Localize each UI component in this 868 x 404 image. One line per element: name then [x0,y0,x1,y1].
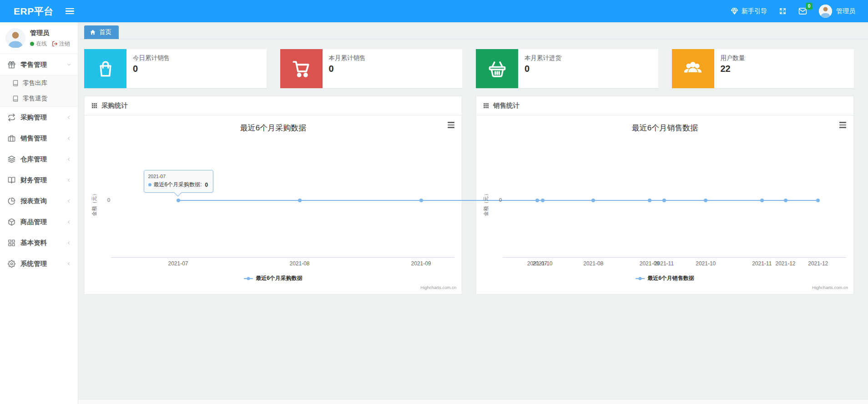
stat-card-0: 今日累计销售0 [84,49,267,88]
tab-bar: 首页 [78,22,868,39]
data-point-marker[interactable] [760,199,764,202]
y-axis-tick: 0 [490,197,502,203]
sidebar-item-sales[interactable]: 销售管理 [0,128,78,149]
highcharts-credit-link[interactable]: Highcharts.com.cn [812,285,848,290]
data-point-marker[interactable] [419,199,423,202]
panel-grid-icon [91,103,97,109]
chart-legend: 最近6个月采购数据 [85,274,462,282]
sidebar-profile: 管理员 在线 注销 [0,22,78,54]
legend-item[interactable]: 最近6个月销售数据 [636,274,694,282]
stat-card-1: 本月累计销售0 [280,49,463,88]
data-point-marker[interactable] [298,199,302,202]
x-axis-line [111,257,454,258]
tooltip-category: 2021-07 [148,174,208,179]
avatar [5,28,25,48]
legend-label: 最近6个月采购数据 [256,274,303,282]
stat-card-icon-tile [672,49,714,88]
stat-card-icon-tile [280,49,323,88]
x-axis-label: 2021-07 [160,260,197,267]
grid-icon [8,239,15,247]
sidebar-toggle-button[interactable] [66,5,77,17]
chart-tooltip: 2021-07最近6个月采购数据: 0 [144,170,214,193]
sidebar-item-warehouse[interactable]: 仓库管理 [0,149,78,170]
fullscreen-button[interactable] [779,7,787,15]
data-point-marker[interactable] [704,199,707,202]
online-status-dot [30,42,34,46]
data-point-marker[interactable] [648,199,651,202]
panel-title: 销售统计 [493,101,520,110]
stat-card-value: 22 [721,64,745,74]
top-navbar: ERP平台 新手引导 0 管理员 [0,0,868,22]
sidebar-menu: 零售管理零售出库零售退货采购管理销售管理仓库管理财务管理报表查询商品管理基本资料… [0,54,78,274]
panel-header: 采购统计 [85,96,462,115]
sidebar-item-label: 商品管理 [20,218,47,226]
sidebar-item-label: 零售退货 [23,95,47,103]
chart-context-menu-button[interactable] [839,122,846,128]
file-icon [12,95,19,102]
sidebar-item-retail[interactable]: 零售管理 [0,54,78,75]
legend-marker-icon [244,277,253,280]
sidebar-item-label: 基本资料 [20,239,47,247]
sidebar-item-label: 财务管理 [20,176,47,185]
sidebar-item-basic[interactable]: 基本资料 [0,232,78,253]
highcharts-credit-link[interactable]: Highcharts.com.cn [420,285,456,290]
tooltip-series-dot-icon [148,183,151,186]
x-axis-label: 2021-07 [519,260,555,267]
avatar [819,5,832,18]
chevron-left-icon [66,199,71,204]
data-point-marker[interactable] [591,199,595,202]
legend-item[interactable]: 最近6个月采购数据 [244,274,303,282]
sidebar-item-retail-outbound[interactable]: 零售出库 [0,75,78,91]
app-title: ERP平台 [0,5,66,18]
chevron-left-icon [66,115,71,120]
user-menu[interactable]: 管理员 [819,5,855,18]
box-icon [8,218,15,226]
sidebar-item-goods[interactable]: 商品管理 [0,211,78,232]
stat-card-value: 0 [329,64,366,74]
sidebar-item-finance[interactable]: 财务管理 [0,170,78,190]
main-content: 首页 今日累计销售0本月累计销售0本月累计进货0用户数量22 采购统计最近6个月… [78,22,868,404]
gem-icon [731,7,738,15]
profile-name: 管理员 [30,29,70,37]
logout-link[interactable]: 注销 [52,40,70,48]
data-point-marker[interactable] [535,199,539,202]
shopping-cart-icon [292,59,311,78]
guide-label: 新手引导 [742,7,767,15]
sidebar-item-label: 采购管理 [20,113,47,122]
messages-button[interactable]: 0 [798,7,807,15]
stat-card-label: 用户数量 [721,54,745,62]
tooltip-series-label: 最近6个月采购数据: [154,181,202,189]
online-status-label: 在线 [36,40,47,48]
chart-context-menu-button[interactable] [448,122,454,128]
data-point-marker[interactable] [177,199,180,202]
stat-card-icon-tile [84,49,126,88]
stat-card-label: 本月累计销售 [329,54,366,62]
gear-icon [8,260,15,268]
sidebar-item-system[interactable]: 系统管理 [0,253,78,274]
briefcase-icon [8,135,15,142]
sidebar-item-report[interactable]: 报表查询 [0,190,78,211]
stat-card-label: 今日累计销售 [133,54,170,62]
x-axis-label: 2021-08 [282,260,318,267]
x-axis-label: 2021-09 [631,260,668,267]
chart-panel-0: 采购统计最近6个月采购数据金额（元）02021-072021-082021-09… [84,96,462,294]
chevron-left-icon [66,240,71,245]
chevron-left-icon [66,178,71,183]
data-point-marker[interactable] [816,199,820,202]
tab-home[interactable]: 首页 [84,25,119,39]
file-icon [12,80,19,86]
sidebar-item-label: 销售管理 [20,134,47,143]
chart-legend: 最近6个月销售数据 [476,274,853,282]
tooltip-arrow [174,189,182,197]
chart-panel-1: 销售统计最近6个月销售数据金额（元）02021-072021-082021-09… [476,96,854,294]
submenu-retail: 零售出库零售退货 [0,75,78,107]
sidebar-item-purchase[interactable]: 采购管理 [0,107,78,128]
shopping-bag-icon [96,59,115,78]
chart-area: 最近6个月采购数据金额（元）02021-072021-082021-092021… [85,115,462,294]
guide-link[interactable]: 新手引导 [731,7,767,15]
chart-area: 最近6个月销售数据金额（元）02021-072021-082021-092021… [476,115,853,294]
legend-label: 最近6个月销售数据 [647,274,694,282]
x-axis-line [503,257,846,258]
x-axis-label: 2021-09 [403,260,439,267]
sidebar-item-retail-return[interactable]: 零售退货 [0,91,78,106]
